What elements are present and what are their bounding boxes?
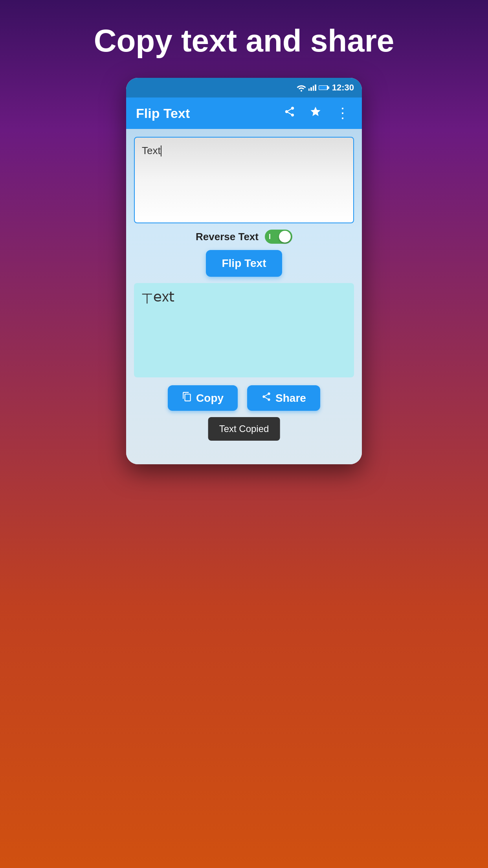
flipped-output: ʇxǝ⊥: [141, 290, 174, 307]
share-icon[interactable]: [281, 103, 299, 124]
svg-rect-2: [319, 86, 327, 90]
app-bar-title: Flip Text: [136, 106, 273, 121]
signal-icon: [308, 85, 316, 91]
status-icons: 12:30: [297, 83, 354, 93]
flip-text-button[interactable]: Flip Text: [206, 250, 282, 277]
phone-frame: 12:30 Flip Text ⋮ Text Reverse Text I: [126, 78, 362, 464]
copy-label: Copy: [196, 392, 224, 405]
input-field[interactable]: Text: [134, 137, 354, 223]
svg-point-0: [301, 90, 302, 92]
text-cursor: [161, 145, 161, 156]
app-bar: Flip Text ⋮: [126, 97, 362, 129]
toast-message: Text Copied: [208, 417, 280, 441]
input-text: Text: [142, 145, 161, 156]
wifi-icon: [297, 84, 306, 92]
share-button[interactable]: Share: [247, 385, 320, 411]
svg-rect-3: [328, 86, 329, 89]
status-time: 12:30: [332, 83, 354, 93]
reverse-row: Reverse Text I: [134, 230, 354, 244]
share-label: Share: [275, 392, 306, 405]
reverse-label: Reverse Text: [196, 231, 259, 243]
battery-icon: [319, 85, 330, 91]
copy-button[interactable]: Copy: [168, 385, 238, 411]
toggle-knob: [279, 231, 291, 243]
copy-icon: [182, 392, 192, 405]
more-icon[interactable]: ⋮: [332, 102, 352, 125]
reverse-toggle[interactable]: I: [265, 230, 292, 244]
share-btn-icon: [261, 392, 272, 405]
toggle-i-label: I: [269, 233, 271, 241]
output-field: ʇxǝ⊥: [134, 283, 354, 377]
star-icon[interactable]: [306, 103, 325, 124]
content-area: Text Reverse Text I Flip Text ʇxǝ⊥: [126, 129, 362, 464]
action-buttons: Copy Share: [134, 385, 354, 411]
status-bar: 12:30: [126, 78, 362, 97]
bottom-area: Text Copied: [134, 417, 354, 456]
page-title: Copy text and share: [94, 24, 394, 58]
